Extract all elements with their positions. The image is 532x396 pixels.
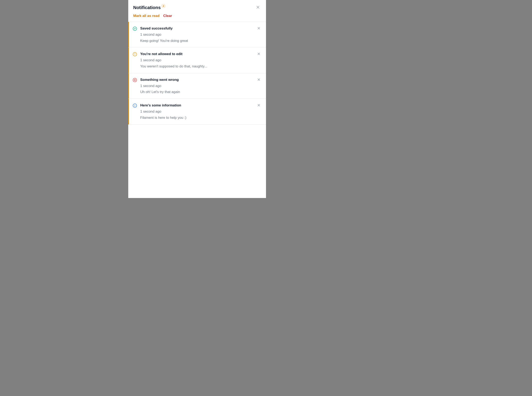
notification-desc: Keep going! You're doing great [140,38,254,43]
notification-time: 1 second ago [140,58,254,63]
notification-body: You're not allowed to edit 1 second ago … [140,52,254,69]
dismiss-button[interactable] [256,103,261,108]
close-icon [256,5,260,10]
notification-desc: Filament is here to help you :) [140,115,254,120]
notification-body: Saved successfully 1 second ago Keep goi… [140,26,254,43]
notification-title: Here's some information [140,103,254,108]
clear-button[interactable]: Clear [163,14,172,18]
exclamation-circle-icon [132,52,137,57]
dismiss-button[interactable] [256,77,261,82]
x-circle-icon [132,78,137,82]
close-icon [257,26,261,31]
notification-item: Something went wrong 1 second ago Uh oh!… [128,73,266,99]
close-icon [257,103,261,108]
notification-list: Saved successfully 1 second ago Keep goi… [128,22,266,125]
close-icon [257,52,261,56]
notification-desc: You weren't supposed to do that, naughty… [140,64,254,69]
close-panel-button[interactable] [255,4,261,11]
dismiss-button[interactable] [256,52,261,57]
notification-item: Saved successfully 1 second ago Keep goi… [128,22,266,47]
title-wrap: Notifications 4 [133,5,165,10]
notification-body: Something went wrong 1 second ago Uh oh!… [140,77,254,94]
notification-title: Saved successfully [140,26,254,31]
notification-item: You're not allowed to edit 1 second ago … [128,47,266,73]
check-circle-icon [132,26,137,31]
dismiss-button[interactable] [256,26,261,31]
panel-header: Notifications 4 Mark all as read Clear [128,0,266,22]
title-row: Notifications 4 [133,4,261,11]
panel-title: Notifications [133,5,161,10]
notification-time: 1 second ago [140,83,254,88]
notification-body: Here's some information 1 second ago Fil… [140,103,254,120]
mark-all-read-button[interactable]: Mark all as read [133,14,160,18]
notification-time: 1 second ago [140,32,254,37]
notifications-panel: Notifications 4 Mark all as read Clear S… [128,0,266,198]
info-circle-icon [132,103,137,108]
notification-title: You're not allowed to edit [140,52,254,57]
notification-desc: Uh oh! Let's try that again [140,89,254,94]
notification-item: Here's some information 1 second ago Fil… [128,99,266,124]
unread-badge: 4 [162,4,165,8]
header-actions: Mark all as read Clear [133,14,261,18]
notification-time: 1 second ago [140,109,254,114]
notification-title: Something went wrong [140,77,254,82]
close-icon [257,78,261,82]
